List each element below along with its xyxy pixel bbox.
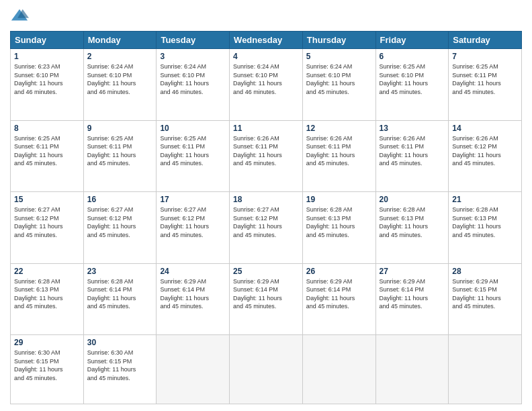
- day-info: Sunrise: 6:30 AM Sunset: 6:15 PM Dayligh…: [14, 349, 80, 382]
- header-cell-friday: Friday: [375, 32, 449, 49]
- header-cell-monday: Monday: [83, 32, 157, 49]
- day-number: 28: [452, 267, 518, 276]
- day-number: 18: [233, 195, 299, 204]
- day-number: 2: [87, 52, 153, 61]
- header-cell-saturday: Saturday: [449, 32, 522, 49]
- week-row-2: 15Sunrise: 6:27 AM Sunset: 6:12 PM Dayli…: [11, 192, 522, 264]
- day-cell: 29Sunrise: 6:30 AM Sunset: 6:15 PM Dayli…: [11, 335, 84, 404]
- day-cell: 24Sunrise: 6:29 AM Sunset: 6:14 PM Dayli…: [157, 263, 230, 335]
- page: SundayMondayTuesdayWednesdayThursdayFrid…: [0, 0, 532, 411]
- day-number: 9: [87, 124, 153, 133]
- day-cell: 23Sunrise: 6:28 AM Sunset: 6:14 PM Dayli…: [83, 263, 157, 335]
- day-info: Sunrise: 6:28 AM Sunset: 6:13 PM Dayligh…: [306, 205, 372, 239]
- header-cell-sunday: Sunday: [11, 32, 84, 49]
- day-cell: 21Sunrise: 6:28 AM Sunset: 6:13 PM Dayli…: [449, 192, 522, 264]
- day-number: 4: [233, 52, 299, 61]
- day-info: Sunrise: 6:28 AM Sunset: 6:13 PM Dayligh…: [380, 205, 445, 239]
- day-number: 17: [160, 195, 226, 204]
- day-cell: 5Sunrise: 6:24 AM Sunset: 6:10 PM Daylig…: [302, 49, 375, 121]
- day-cell: 1Sunrise: 6:23 AM Sunset: 6:10 PM Daylig…: [11, 49, 84, 121]
- day-number: 6: [380, 52, 445, 61]
- day-cell: 25Sunrise: 6:29 AM Sunset: 6:14 PM Dayli…: [230, 263, 303, 335]
- header-cell-thursday: Thursday: [302, 32, 375, 49]
- calendar-body: 1Sunrise: 6:23 AM Sunset: 6:10 PM Daylig…: [11, 49, 522, 404]
- day-cell: 22Sunrise: 6:28 AM Sunset: 6:13 PM Dayli…: [11, 263, 84, 335]
- day-info: Sunrise: 6:26 AM Sunset: 6:11 PM Dayligh…: [306, 134, 372, 168]
- day-info: Sunrise: 6:29 AM Sunset: 6:14 PM Dayligh…: [160, 277, 226, 311]
- day-number: 1: [14, 52, 80, 61]
- day-number: 3: [160, 52, 226, 61]
- calendar-header: SundayMondayTuesdayWednesdayThursdayFrid…: [11, 32, 522, 49]
- day-info: Sunrise: 6:26 AM Sunset: 6:11 PM Dayligh…: [233, 134, 299, 168]
- day-info: Sunrise: 6:24 AM Sunset: 6:10 PM Dayligh…: [160, 62, 226, 96]
- day-number: 22: [14, 267, 80, 276]
- day-cell: 30Sunrise: 6:30 AM Sunset: 6:15 PM Dayli…: [83, 335, 157, 404]
- logo: [10, 7, 32, 26]
- header-cell-tuesday: Tuesday: [157, 32, 230, 49]
- day-cell: 14Sunrise: 6:26 AM Sunset: 6:12 PM Dayli…: [449, 120, 522, 192]
- week-row-1: 8Sunrise: 6:25 AM Sunset: 6:11 PM Daylig…: [11, 120, 522, 192]
- day-cell: 15Sunrise: 6:27 AM Sunset: 6:12 PM Dayli…: [11, 192, 84, 264]
- day-number: 29: [14, 338, 80, 347]
- header-row: SundayMondayTuesdayWednesdayThursdayFrid…: [11, 32, 522, 49]
- day-info: Sunrise: 6:25 AM Sunset: 6:11 PM Dayligh…: [87, 134, 153, 168]
- day-number: 5: [306, 52, 372, 61]
- day-number: 25: [233, 267, 299, 276]
- day-number: 27: [380, 267, 445, 276]
- day-cell: [375, 335, 449, 404]
- day-number: 30: [87, 338, 153, 347]
- day-number: 8: [14, 124, 80, 133]
- day-cell: 18Sunrise: 6:27 AM Sunset: 6:12 PM Dayli…: [230, 192, 303, 264]
- day-info: Sunrise: 6:25 AM Sunset: 6:10 PM Dayligh…: [380, 62, 445, 96]
- day-info: Sunrise: 6:27 AM Sunset: 6:12 PM Dayligh…: [233, 205, 299, 239]
- day-info: Sunrise: 6:26 AM Sunset: 6:11 PM Dayligh…: [380, 134, 445, 168]
- day-cell: 2Sunrise: 6:24 AM Sunset: 6:10 PM Daylig…: [83, 49, 157, 121]
- day-info: Sunrise: 6:28 AM Sunset: 6:13 PM Dayligh…: [452, 205, 518, 239]
- day-cell: 20Sunrise: 6:28 AM Sunset: 6:13 PM Dayli…: [375, 192, 449, 264]
- day-number: 20: [380, 195, 445, 204]
- day-number: 19: [306, 195, 372, 204]
- day-number: 14: [452, 124, 518, 133]
- day-info: Sunrise: 6:29 AM Sunset: 6:14 PM Dayligh…: [306, 277, 372, 311]
- day-info: Sunrise: 6:25 AM Sunset: 6:11 PM Dayligh…: [160, 134, 226, 168]
- day-number: 15: [14, 195, 80, 204]
- day-cell: [157, 335, 230, 404]
- day-cell: 19Sunrise: 6:28 AM Sunset: 6:13 PM Dayli…: [302, 192, 375, 264]
- day-info: Sunrise: 6:29 AM Sunset: 6:15 PM Dayligh…: [452, 277, 518, 311]
- day-info: Sunrise: 6:29 AM Sunset: 6:14 PM Dayligh…: [233, 277, 299, 311]
- day-cell: [230, 335, 303, 404]
- day-cell: 11Sunrise: 6:26 AM Sunset: 6:11 PM Dayli…: [230, 120, 303, 192]
- day-number: 13: [380, 124, 445, 133]
- day-info: Sunrise: 6:28 AM Sunset: 6:14 PM Dayligh…: [87, 277, 153, 311]
- week-row-0: 1Sunrise: 6:23 AM Sunset: 6:10 PM Daylig…: [11, 49, 522, 121]
- day-cell: 16Sunrise: 6:27 AM Sunset: 6:12 PM Dayli…: [83, 192, 157, 264]
- day-info: Sunrise: 6:27 AM Sunset: 6:12 PM Dayligh…: [160, 205, 226, 239]
- day-info: Sunrise: 6:25 AM Sunset: 6:11 PM Dayligh…: [452, 62, 518, 96]
- day-number: 16: [87, 195, 153, 204]
- day-cell: 17Sunrise: 6:27 AM Sunset: 6:12 PM Dayli…: [157, 192, 230, 264]
- day-number: 26: [306, 267, 372, 276]
- day-number: 10: [160, 124, 226, 133]
- logo-icon: [10, 7, 29, 26]
- day-cell: 26Sunrise: 6:29 AM Sunset: 6:14 PM Dayli…: [302, 263, 375, 335]
- day-cell: [302, 335, 375, 404]
- week-row-4: 29Sunrise: 6:30 AM Sunset: 6:15 PM Dayli…: [11, 335, 522, 404]
- day-info: Sunrise: 6:26 AM Sunset: 6:12 PM Dayligh…: [452, 134, 518, 168]
- day-info: Sunrise: 6:27 AM Sunset: 6:12 PM Dayligh…: [14, 205, 80, 239]
- day-cell: [449, 335, 522, 404]
- day-number: 24: [160, 267, 226, 276]
- day-info: Sunrise: 6:27 AM Sunset: 6:12 PM Dayligh…: [87, 205, 153, 239]
- day-number: 12: [306, 124, 372, 133]
- day-info: Sunrise: 6:29 AM Sunset: 6:14 PM Dayligh…: [380, 277, 445, 311]
- day-number: 11: [233, 124, 299, 133]
- day-info: Sunrise: 6:25 AM Sunset: 6:11 PM Dayligh…: [14, 134, 80, 168]
- day-cell: 13Sunrise: 6:26 AM Sunset: 6:11 PM Dayli…: [375, 120, 449, 192]
- day-info: Sunrise: 6:24 AM Sunset: 6:10 PM Dayligh…: [233, 62, 299, 96]
- day-cell: 6Sunrise: 6:25 AM Sunset: 6:10 PM Daylig…: [375, 49, 449, 121]
- day-number: 7: [452, 52, 518, 61]
- day-info: Sunrise: 6:24 AM Sunset: 6:10 PM Dayligh…: [87, 62, 153, 96]
- header: [10, 7, 522, 26]
- calendar-table: SundayMondayTuesdayWednesdayThursdayFrid…: [10, 31, 522, 404]
- day-info: Sunrise: 6:28 AM Sunset: 6:13 PM Dayligh…: [14, 277, 80, 311]
- week-row-3: 22Sunrise: 6:28 AM Sunset: 6:13 PM Dayli…: [11, 263, 522, 335]
